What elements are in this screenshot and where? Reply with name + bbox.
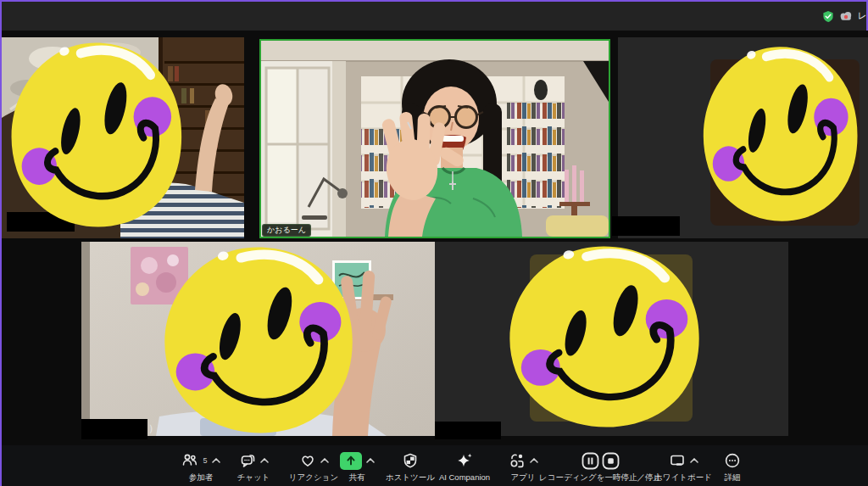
participants-button[interactable]: 5 参加者 — [171, 451, 231, 483]
host-tools-shield-icon — [402, 452, 419, 469]
recording-indicator[interactable]: レコ — [822, 2, 868, 31]
redacted-name-label — [612, 216, 680, 236]
chevron-up-icon[interactable] — [260, 458, 269, 463]
participants-count-badge: 5 — [203, 456, 207, 465]
participant-video-portrait — [710, 59, 860, 226]
chevron-up-icon[interactable] — [212, 458, 220, 463]
recording-label: レコーディングを一時停止／停止 — [539, 472, 661, 483]
active-speaker-name-label: かおるーん — [262, 224, 311, 237]
meeting-toolbar: 5 参加者 チャット — [0, 445, 868, 486]
participants-label: 参加者 — [189, 472, 214, 483]
gallery-view: かおるーん ） — [0, 31, 868, 445]
window-border-top — [0, 0, 868, 2]
more-label: 詳細 — [725, 472, 741, 483]
participant-video-library — [2, 37, 244, 238]
active-speaker-tile[interactable] — [259, 39, 610, 238]
participant-tile-bottom-left[interactable] — [81, 242, 435, 436]
security-shield-icon[interactable] — [822, 10, 834, 23]
more-button[interactable]: 詳細 — [711, 451, 754, 483]
participant-tile-top-right[interactable] — [618, 37, 868, 238]
cloud-recording-icon[interactable] — [839, 11, 853, 21]
chevron-up-icon[interactable] — [690, 458, 698, 463]
window-border-left — [0, 0, 2, 486]
chevron-up-icon[interactable] — [320, 458, 329, 463]
redacted-name-label — [435, 422, 501, 439]
participant-tile-bottom-right[interactable] — [435, 242, 788, 436]
chat-icon — [239, 452, 256, 469]
ai-companion-sparkle-icon — [455, 452, 474, 469]
participant-name-suffix: ） — [148, 422, 159, 436]
stop-recording-icon[interactable] — [602, 452, 620, 470]
apps-icon — [509, 452, 526, 469]
redacted-name-label — [81, 419, 147, 439]
pause-recording-icon[interactable] — [581, 452, 599, 470]
ai-companion-label: AI Companion — [439, 472, 490, 482]
ai-companion-button[interactable]: AI Companion — [426, 451, 504, 482]
chevron-up-icon[interactable] — [366, 458, 375, 463]
share-screen-icon — [340, 452, 362, 470]
participant-tile-top-left[interactable] — [2, 37, 244, 238]
whiteboard-label: ホワイトボード — [654, 472, 712, 483]
redacted-name-label — [7, 212, 75, 232]
participant-video-square — [530, 254, 693, 422]
chat-button[interactable]: チャット — [228, 451, 279, 483]
active-speaker-video — [261, 41, 609, 237]
participants-icon — [181, 452, 198, 469]
participant-video-hand — [81, 242, 435, 436]
share-label: 共有 — [349, 472, 365, 483]
heart-icon — [299, 452, 316, 469]
whiteboard-icon — [669, 452, 686, 469]
more-ellipsis-icon — [724, 452, 741, 469]
zoom-meeting-window: レコ — [0, 0, 868, 486]
meeting-top-bar: レコ — [0, 2, 868, 31]
chat-label: チャット — [237, 472, 270, 483]
